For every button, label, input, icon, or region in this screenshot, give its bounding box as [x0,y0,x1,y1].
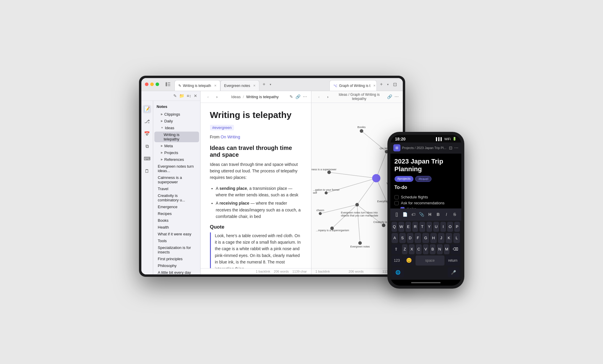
key-space[interactable]: space [416,255,444,266]
sort-icon[interactable]: ≡↕ [187,93,191,98]
phone-tag-travel[interactable]: #travel [415,176,431,182]
kb-tool-tag[interactable]: 🏷 [409,210,418,219]
phone-content[interactable]: 2023 Japan Trip Planning #projects #trav… [390,153,461,208]
tab-writing[interactable]: ✎ Writing is telepath ✕ [174,80,220,91]
graph-new-tab-button[interactable]: + [378,81,385,88]
key-e[interactable]: E [405,222,411,232]
key-m[interactable]: M [444,244,450,254]
key-u[interactable]: U [433,222,439,232]
tab-graph-close-icon[interactable]: ✕ [373,84,376,87]
key-l[interactable]: L [453,233,460,243]
edit-note-icon[interactable]: ✎ [290,94,293,99]
phone-more-icon[interactable]: ⋯ [454,145,458,150]
key-j[interactable]: J [438,233,444,243]
checkbox-ask-recommendations[interactable] [395,201,399,205]
more-icon[interactable]: ⋯ [303,94,307,99]
graph-node-writing-telepathy[interactable] [372,174,380,182]
key-c[interactable]: C [416,244,422,254]
key-t[interactable]: T [419,222,425,232]
graph-node-former-self[interactable] [324,191,327,194]
tab-evergreen[interactable]: Evergreen notes ✕ [220,80,259,91]
sidebar-item-philosophy[interactable]: Philosophy [154,263,199,269]
sidebar-item-daily[interactable]: ▶ Daily [154,118,199,124]
key-p[interactable]: P [454,222,460,232]
close-button[interactable] [145,82,148,86]
kb-tool-heading[interactable]: H [426,210,434,219]
todo-schedule-flights[interactable]: Schedule flights [395,195,457,199]
sidebar-item-evergreen-notes[interactable]: Evergreen notes turn ideas... [154,163,199,174]
tab-close-icon[interactable]: ✕ [214,84,216,87]
breadcrumb-parent[interactable]: Ideas [231,95,241,99]
sidebar-item-tools[interactable]: Tools [154,238,199,244]
sidebar-item-specialization[interactable]: Specialization is for insects [154,245,199,255]
sidebar-terminal-icon[interactable]: ⌨ [143,155,151,163]
sidebar-item-ideas[interactable]: ▼ Ideas [154,125,199,131]
phone-tag-projects[interactable]: #projects [395,176,414,182]
new-tab-button[interactable]: + [261,81,268,88]
sidebar-item-projects[interactable]: ▶ Projects [154,150,199,156]
graph-node-evergreen-notes[interactable] [358,241,362,245]
key-num[interactable]: 123 [392,255,402,266]
minimize-button[interactable] [150,82,154,86]
graph-back-button[interactable]: ‹ [316,93,323,100]
key-globe[interactable]: 🌐 [392,267,404,277]
key-b[interactable]: B [430,244,436,254]
note-forward-button[interactable]: › [214,93,221,100]
key-a[interactable]: A [392,233,398,243]
key-x[interactable]: X [409,244,415,254]
key-mic[interactable]: 🎤 [448,267,460,277]
maximize-button[interactable] [156,82,159,86]
graph-link-icon[interactable]: 🔗 [387,94,392,99]
sidebar-item-recipes[interactable]: Recipes [154,211,199,217]
key-w[interactable]: W [398,222,404,232]
key-f[interactable]: F [415,233,421,243]
key-h[interactable]: H [430,233,437,243]
tab-evergreen-close-icon[interactable]: ✕ [253,84,256,87]
sidebar-item-clippings[interactable]: ▶ Clippings [154,111,199,117]
key-o[interactable]: O [447,222,453,232]
key-g[interactable]: G [422,233,429,243]
sidebar-note2-icon[interactable]: 🗒 [143,167,151,175]
sidebar-copy-icon[interactable]: ⧉ [143,142,151,151]
kb-tool-strikethrough[interactable]: S [451,210,459,219]
note-from-link[interactable]: On Writing [221,135,240,139]
note-back-button[interactable]: ‹ [205,93,212,100]
graph-node-chasm[interactable] [319,212,321,215]
sidebar-notes-icon[interactable]: 📝 [143,105,151,113]
key-shift[interactable]: ⇧ [392,244,401,254]
key-q[interactable]: Q [392,222,397,232]
layout-toggle-button[interactable]: ⊡ [391,80,399,88]
kb-tool-brackets[interactable]: [] [393,210,401,219]
graph-node-books[interactable] [360,129,363,133]
sidebar-item-creativity[interactable]: Creativity is combinatory u... [154,192,199,203]
key-s[interactable]: S [399,233,406,243]
kb-tool-attach[interactable]: 📎 [418,210,426,219]
graph-tab-chevron[interactable]: ▾ [385,81,391,87]
compose-icon[interactable]: ✎ [173,93,177,98]
note-tag[interactable]: #evergreen [210,125,234,130]
key-z[interactable]: Z [402,244,408,254]
key-backspace[interactable]: ⌫ [451,244,460,254]
key-v[interactable]: V [423,244,429,254]
tab-graph[interactable]: ⌥ Graph of Writing is t ✕ [329,80,377,91]
graph-forward-button[interactable]: › [324,93,332,100]
folder-icon[interactable]: 📁 [179,93,184,98]
sidebar-item-meta[interactable]: ▶ Meta [154,143,199,149]
key-k[interactable]: K [446,233,452,243]
sidebar-calendar-icon[interactable]: 📅 [143,130,151,138]
kb-tool-bold[interactable]: B [434,210,442,219]
link-icon[interactable]: 🔗 [295,94,300,99]
key-return[interactable]: return [446,255,460,266]
sidebar-item-calmness[interactable]: Calmness is a superpower [154,174,199,185]
tab-chevron-button[interactable]: ▾ [268,81,274,87]
key-d[interactable]: D [407,233,413,243]
graph-node-evergreen-ideas[interactable] [355,203,359,206]
key-r[interactable]: R [412,222,418,232]
sidebar-item-writing[interactable]: Writing is telepathy [154,132,199,142]
key-emoji[interactable]: 😊 [403,255,414,266]
sidebar-item-little-bit[interactable]: A little bit every day [154,269,199,274]
todo-ask-recommendations[interactable]: Ask for recommendations [395,201,457,205]
checkbox-schedule-flights[interactable] [395,195,399,199]
graph-more-icon[interactable]: ⋯ [395,94,399,99]
key-y[interactable]: Y [426,222,432,232]
